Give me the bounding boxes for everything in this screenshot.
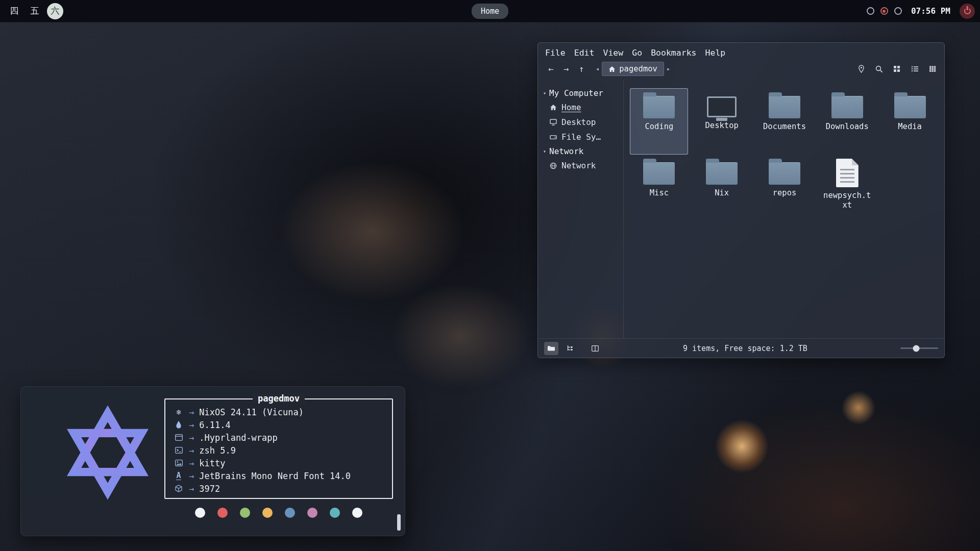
- file-label: Misc: [650, 188, 669, 198]
- file-manager-window: File Edit View Go Bookmarks Help ← → ↑ ◂…: [537, 42, 945, 358]
- fetch-line-kernel: → 6.11.4: [174, 418, 384, 431]
- workspace-6-active[interactable]: 六: [47, 3, 63, 19]
- file-label: newpsych.txt: [822, 191, 873, 211]
- home-icon: [608, 66, 616, 72]
- folder-icon: [643, 96, 675, 118]
- file-label: Downloads: [826, 122, 869, 132]
- menu-help[interactable]: Help: [705, 48, 726, 58]
- terminal-scrollbar[interactable]: [397, 514, 401, 531]
- desktop: 四 五 六 Home 07:56 PM File Edit View Go Bo…: [0, 0, 980, 551]
- tree-pane-button[interactable]: [562, 342, 577, 355]
- fastfetch-box: pagedmov ❄ → NixOS 24.11 (Vicuna) → 6.11…: [164, 398, 393, 499]
- sidebar-item-file-system[interactable]: File Sy…: [543, 130, 623, 144]
- folder-icon: [706, 162, 738, 185]
- palette-dot: [240, 508, 250, 518]
- text-file-icon: [836, 159, 859, 187]
- top-bar-right: 07:56 PM: [867, 4, 975, 19]
- arrow-icon: →: [189, 471, 194, 481]
- file-item-coding[interactable]: Coding: [630, 88, 688, 155]
- compact-view-icon[interactable]: [926, 63, 939, 75]
- kernel-drop-icon: [174, 421, 184, 429]
- nix-snowflake-icon: ❄: [174, 408, 184, 417]
- file-label: Nix: [715, 188, 729, 198]
- path-back-chevron-icon[interactable]: ◂: [593, 65, 602, 72]
- arrow-icon: →: [189, 407, 194, 417]
- path-segment-home[interactable]: pagedmov: [602, 62, 664, 76]
- menu-edit[interactable]: Edit: [574, 48, 595, 58]
- zoom-slider[interactable]: [900, 347, 938, 349]
- sidebar-item-desktop[interactable]: Desktop: [543, 115, 623, 130]
- section-label: My Computer: [549, 88, 603, 98]
- file-item-misc[interactable]: Misc: [630, 155, 688, 221]
- fetch-line-wm: → .Hyprland-wrapp: [174, 431, 384, 444]
- clock[interactable]: 07:56 PM: [908, 6, 953, 16]
- palette-dot: [307, 508, 317, 518]
- menu-bar: File Edit View Go Bookmarks Help: [538, 43, 944, 60]
- path-bar: ◂ pagedmov ▸: [593, 62, 673, 76]
- os-value: NixOS 24.11 (Vicuna): [199, 407, 304, 417]
- kernel-value: 6.11.4: [199, 420, 230, 430]
- forward-button[interactable]: →: [558, 62, 574, 76]
- path-label: pagedmov: [619, 64, 657, 73]
- split-pane-button[interactable]: [588, 342, 602, 355]
- circle-outline-icon[interactable]: [867, 7, 874, 15]
- icon-view-icon[interactable]: [890, 63, 903, 75]
- file-label: Media: [898, 122, 922, 132]
- file-grid: Coding Desktop Documents Downloads Media: [624, 80, 944, 338]
- palette-dot: [262, 508, 273, 518]
- sidebar-section-network[interactable]: ▾ Network: [543, 144, 623, 158]
- menu-bookmarks[interactable]: Bookmarks: [651, 48, 696, 58]
- font-value: JetBrains Mono Nerd Font 14.0: [199, 471, 351, 481]
- places-sidebar: ▾ My Computer Home Desktop File Sy… ▾: [538, 80, 624, 338]
- power-icon: [964, 8, 971, 14]
- shell-terminal-icon: [174, 447, 184, 454]
- file-item-desktop[interactable]: Desktop: [693, 88, 751, 155]
- file-item-nix[interactable]: Nix: [693, 155, 751, 221]
- menu-go[interactable]: Go: [632, 48, 642, 58]
- circle-outline-icon[interactable]: [894, 7, 902, 15]
- active-window-title: Home: [472, 4, 508, 19]
- file-item-media[interactable]: Media: [881, 88, 939, 155]
- list-view-icon[interactable]: [908, 63, 921, 75]
- palette-dot: [330, 508, 340, 518]
- status-text: 9 items, Free space: 1.2 TB: [683, 344, 807, 353]
- folder-icon: [894, 96, 926, 118]
- sidebar-item-network[interactable]: Network: [543, 158, 623, 173]
- file-label: Desktop: [705, 121, 739, 131]
- file-manager-body: ▾ My Computer Home Desktop File Sy… ▾: [538, 80, 944, 338]
- status-bar: 9 items, Free space: 1.2 TB: [538, 338, 944, 358]
- menu-file[interactable]: File: [545, 48, 566, 58]
- drive-icon: [549, 134, 557, 140]
- workspace-5[interactable]: 五: [27, 3, 43, 19]
- sidebar-item-home[interactable]: Home: [543, 100, 623, 115]
- back-button[interactable]: ←: [543, 62, 558, 76]
- folder-pane-button[interactable]: [544, 342, 558, 355]
- location-pin-icon[interactable]: [854, 63, 868, 75]
- file-item-repos[interactable]: repos: [755, 155, 814, 221]
- folder-icon: [769, 96, 800, 118]
- fetch-line-terminal: → kitty: [174, 457, 384, 469]
- font-icon: A: [174, 472, 184, 480]
- fetch-line-font: A → JetBrains Mono Nerd Font 14.0: [174, 469, 384, 482]
- search-icon[interactable]: [872, 63, 886, 75]
- workspace-4[interactable]: 四: [6, 3, 22, 19]
- fetch-line-os: ❄ → NixOS 24.11 (Vicuna): [174, 406, 384, 418]
- arrow-icon: →: [189, 458, 194, 468]
- slider-thumb[interactable]: [913, 345, 920, 352]
- toolbar: ← → ↑ ◂ pagedmov ▸: [538, 60, 944, 80]
- path-forward-chevron-icon[interactable]: ▸: [664, 65, 673, 72]
- arrow-icon: →: [189, 484, 194, 494]
- record-dot-icon[interactable]: [880, 7, 888, 15]
- file-item-downloads[interactable]: Downloads: [818, 88, 876, 155]
- menu-view[interactable]: View: [603, 48, 624, 58]
- power-button[interactable]: [960, 4, 975, 19]
- arrow-icon: →: [189, 445, 194, 456]
- collapse-triangle-icon: ▾: [543, 90, 546, 96]
- file-item-documents[interactable]: Documents: [755, 88, 814, 155]
- up-button[interactable]: ↑: [574, 62, 589, 76]
- tree-pane-icon: [567, 345, 573, 352]
- folder-pane-icon: [547, 345, 555, 352]
- sidebar-section-my-computer[interactable]: ▾ My Computer: [543, 86, 623, 100]
- sidebar-item-label: Home: [561, 103, 581, 112]
- file-item-newpsych-txt[interactable]: newpsych.txt: [818, 155, 876, 221]
